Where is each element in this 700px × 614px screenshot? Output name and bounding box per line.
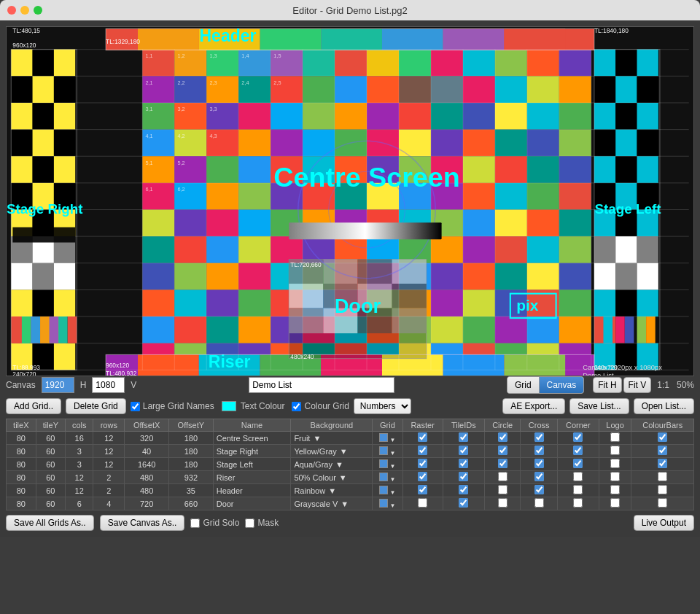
raster-checkbox[interactable] <box>418 432 427 442</box>
colour-grid-label: Colour Grid <box>304 401 349 411</box>
cell-rows: 2 <box>93 471 125 484</box>
save-all-grids-button[interactable]: Save All Grids As.. <box>6 515 94 531</box>
grid-dropdown-arrow[interactable]: ▼ <box>389 437 395 443</box>
tileids-checkbox[interactable] <box>459 459 468 468</box>
cross-checkbox[interactable] <box>534 446 544 455</box>
background-dropdown-arrow[interactable]: ▼ <box>341 500 349 508</box>
grid-indicator[interactable] <box>379 473 388 481</box>
svg-rect-124 <box>495 263 527 290</box>
grid-indicator[interactable] <box>379 446 388 455</box>
save-list-button[interactable]: Save List... <box>569 398 629 414</box>
circle-checkbox[interactable] <box>498 459 508 468</box>
logo-checkbox[interactable] <box>610 472 620 481</box>
large-grid-names-checkbox[interactable] <box>131 402 140 411</box>
canvas-width-input[interactable] <box>42 377 74 393</box>
grid-indicator[interactable] <box>379 486 388 494</box>
live-output-button[interactable]: Live Output <box>634 515 694 531</box>
raster-checkbox[interactable] <box>418 485 427 494</box>
grid-dropdown-arrow[interactable]: ▼ <box>389 476 395 483</box>
canvas-height-input[interactable] <box>92 377 125 393</box>
cross-checkbox[interactable] <box>534 432 544 442</box>
raster-checkbox[interactable] <box>418 498 427 508</box>
ae-export-button[interactable]: AE Export... <box>502 398 565 414</box>
maximize-button[interactable] <box>34 6 42 15</box>
grid-dropdown-arrow[interactable]: ▼ <box>389 489 395 496</box>
cell-colourbars <box>631 497 694 510</box>
circle-checkbox[interactable] <box>498 485 508 494</box>
svg-rect-171 <box>54 50 75 77</box>
corner-checkbox[interactable] <box>573 485 583 494</box>
raster-checkbox[interactable] <box>418 459 427 468</box>
tileids-checkbox[interactable] <box>459 498 468 508</box>
grid-indicator[interactable] <box>379 499 388 508</box>
add-grid-button[interactable]: Add Grid.. <box>6 398 61 414</box>
grid-indicator[interactable] <box>379 459 388 468</box>
cross-checkbox[interactable] <box>534 459 544 468</box>
background-dropdown-arrow[interactable]: ▼ <box>340 447 348 456</box>
circle-checkbox[interactable] <box>498 498 508 508</box>
tileids-checkbox[interactable] <box>459 432 468 442</box>
save-canvas-button[interactable]: Save Canvas As.. <box>100 515 185 531</box>
colourbars-checkbox[interactable] <box>658 446 667 455</box>
corner-checkbox[interactable] <box>573 472 583 481</box>
svg-rect-110 <box>495 236 527 263</box>
svg-text:3,2: 3,2 <box>177 106 184 112</box>
raster-checkbox[interactable] <box>418 472 427 481</box>
svg-rect-235 <box>594 263 615 290</box>
grid-dropdown-arrow[interactable]: ▼ <box>389 502 395 509</box>
svg-rect-275 <box>289 308 323 334</box>
tileids-checkbox[interactable] <box>459 485 468 494</box>
tileids-checkbox[interactable] <box>459 446 468 455</box>
corner-checkbox[interactable] <box>573 459 583 468</box>
minimize-button[interactable] <box>20 6 29 15</box>
svg-rect-169 <box>11 50 32 77</box>
background-dropdown-arrow[interactable]: ▼ <box>335 460 343 469</box>
cross-checkbox[interactable] <box>534 485 544 494</box>
raster-checkbox[interactable] <box>418 446 427 455</box>
numbers-select[interactable]: Numbers <box>354 398 411 414</box>
colourbars-checkbox[interactable] <box>658 432 667 442</box>
circle-checkbox[interactable] <box>498 446 508 455</box>
canvas-button[interactable]: Canvas <box>540 377 584 393</box>
grid-solo-checkbox[interactable] <box>190 518 200 528</box>
background-dropdown-arrow[interactable]: ▼ <box>313 434 321 443</box>
cell-logo <box>599 484 631 497</box>
logo-checkbox[interactable] <box>610 432 620 442</box>
cross-checkbox[interactable] <box>534 498 544 508</box>
background-dropdown-arrow[interactable]: ▼ <box>339 473 347 482</box>
text-colour-swatch[interactable] <box>222 401 236 411</box>
grid-dropdown-arrow[interactable]: ▼ <box>389 450 395 456</box>
logo-checkbox[interactable] <box>610 446 620 455</box>
corner-checkbox[interactable] <box>573 446 583 455</box>
grid-indicator[interactable] <box>379 433 388 442</box>
colourbars-checkbox[interactable] <box>658 459 667 468</box>
logo-checkbox[interactable] <box>610 485 620 494</box>
colourbars-checkbox[interactable] <box>658 498 667 508</box>
corner-checkbox[interactable] <box>573 432 583 442</box>
logo-checkbox[interactable] <box>610 459 620 468</box>
corner-checkbox[interactable] <box>573 498 583 508</box>
circle-checkbox[interactable] <box>498 472 508 481</box>
mask-checkbox[interactable] <box>245 518 254 528</box>
cross-checkbox[interactable] <box>534 472 544 481</box>
grid-dropdown-arrow[interactable]: ▼ <box>389 463 395 470</box>
delete-grid-button[interactable]: Delete Grid <box>66 398 126 414</box>
tileids-checkbox[interactable] <box>459 472 468 481</box>
background-dropdown-arrow[interactable]: ▼ <box>328 486 336 495</box>
cell-offsety: 180 <box>168 432 213 445</box>
colourbars-checkbox[interactable] <box>658 472 667 481</box>
svg-rect-141 <box>142 316 174 343</box>
fit-h-button[interactable]: Fit H <box>593 377 621 393</box>
circle-checkbox[interactable] <box>498 432 508 442</box>
colour-grid-checkbox[interactable] <box>292 402 301 411</box>
logo-checkbox[interactable] <box>610 498 620 508</box>
demo-list-input[interactable] <box>249 377 394 393</box>
cell-cross <box>521 484 557 497</box>
open-list-button[interactable]: Open List... <box>634 398 694 414</box>
colourbars-checkbox[interactable] <box>658 485 667 494</box>
close-button[interactable] <box>7 6 16 15</box>
grid-button[interactable]: Grid <box>508 377 540 393</box>
svg-rect-251 <box>138 28 199 50</box>
fit-v-button[interactable]: Fit V <box>623 377 652 393</box>
svg-rect-54 <box>495 130 527 157</box>
